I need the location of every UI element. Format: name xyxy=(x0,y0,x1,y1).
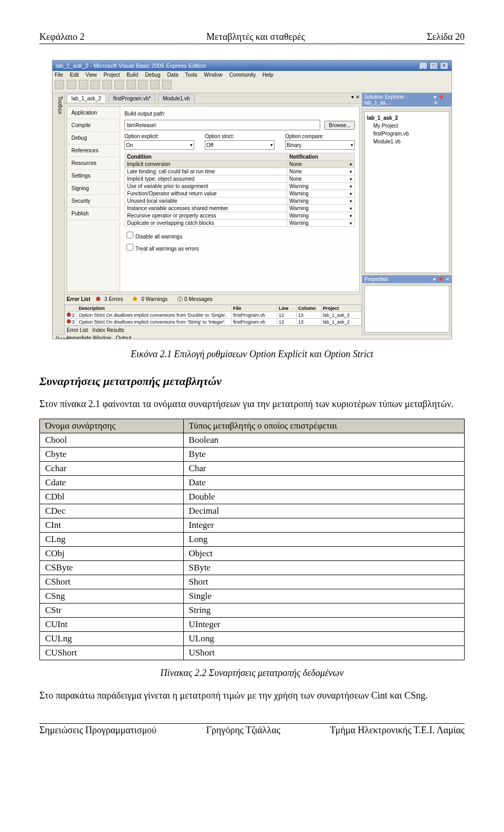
toolbar-button[interactable] xyxy=(150,80,160,89)
toolbar-button[interactable] xyxy=(90,80,100,89)
toolbar xyxy=(52,79,452,93)
tab-errorlist[interactable]: Error List xyxy=(67,327,88,333)
option-compare-select[interactable]: Binary xyxy=(285,140,355,150)
table-row: CDecDecimal xyxy=(40,504,465,518)
tab-item[interactable]: Module1.vb xyxy=(158,94,195,102)
error-icon xyxy=(67,313,71,317)
solution-tree: lab_1_ask_2 My Project firstProgram.vb M… xyxy=(364,111,449,273)
warn-cond: Unused local variable xyxy=(125,197,287,205)
messages-count[interactable]: ⓘ 0 Messages xyxy=(177,296,217,302)
col-return-type: Τύπος μεταβλητής ο οποίος επιστρέφεται xyxy=(183,419,464,433)
toolbar-button[interactable] xyxy=(102,80,112,89)
nav-item[interactable]: Compile xyxy=(67,119,120,132)
option-explicit-select[interactable]: On xyxy=(124,140,194,150)
build-path-input[interactable]: bin\Release\ xyxy=(124,120,320,130)
pin-icon[interactable]: ▾ 📌 ✕ xyxy=(434,94,449,106)
properties-title: Properties▾ 📌 ✕ xyxy=(362,275,452,283)
table-caption: Πίνακας 2.2 Συναρτήσεις μετατροπής δεδομ… xyxy=(39,668,465,679)
toolbar-button[interactable] xyxy=(55,80,64,89)
paragraph: Στο παρακάτω παράδειγμα γίνεται η μετατρ… xyxy=(39,689,465,702)
nav-item[interactable]: References xyxy=(67,144,120,157)
nav-item[interactable]: Publish xyxy=(67,207,120,220)
tree-item[interactable]: firstProgram.vb xyxy=(373,130,447,138)
tree-project[interactable]: lab_1_ask_2 xyxy=(367,114,447,122)
tab-active[interactable]: lab_1_ask_2 xyxy=(67,94,106,102)
tab-index-results[interactable]: Index Results xyxy=(92,327,124,333)
menu-item[interactable]: Edit xyxy=(70,72,79,78)
errorlist-panel: Error List 3 Errors 0 Warnings ⓘ 0 Messa… xyxy=(65,294,362,335)
table-row: CULngULong xyxy=(40,632,465,646)
tab-close-icon[interactable]: ▾ ✕ xyxy=(351,94,360,100)
option-strict-select[interactable]: Off xyxy=(205,140,275,150)
errorlist-title: Error List xyxy=(67,296,90,302)
project-properties-nav: Application Compile Debug References Res… xyxy=(67,107,120,292)
browse-button[interactable]: Browse... xyxy=(324,121,355,130)
warnings-table: Condition Notification Implicit conversi… xyxy=(124,153,355,227)
menu-item[interactable]: Window xyxy=(204,72,223,78)
build-path-label: Build output path: xyxy=(124,111,182,117)
minimize-icon[interactable]: _ xyxy=(419,62,427,69)
header-center: Μεταβλητές και σταθερές xyxy=(206,32,305,43)
nav-item[interactable]: Resources xyxy=(67,157,120,170)
menu-item[interactable]: File xyxy=(55,72,63,78)
footer-right: Τμήμα Ηλεκτρονικής Τ.Ε.Ι. Λαμίας xyxy=(330,725,465,736)
menu-item[interactable]: Tools xyxy=(185,72,197,78)
table-row: CDblDouble xyxy=(40,490,465,504)
toolbar-button[interactable] xyxy=(79,80,88,89)
treat-warnings-label: Treat all warnings as errors xyxy=(135,246,199,252)
warn-notif-select[interactable]: Warning xyxy=(289,213,352,219)
toolbar-button[interactable] xyxy=(127,80,136,89)
error-row[interactable]: 3 Option Strict On disallows implicit co… xyxy=(65,319,362,326)
disable-warnings-checkbox[interactable] xyxy=(127,232,133,238)
close-icon[interactable]: ✕ xyxy=(440,62,448,69)
menu-item[interactable]: Data xyxy=(167,72,178,78)
tab-item[interactable]: firstProgram.vb* xyxy=(109,94,156,102)
toolbar-button[interactable] xyxy=(162,80,172,89)
menu-item[interactable]: Debug xyxy=(145,72,160,78)
table-row: CUIntUInteger xyxy=(40,618,465,632)
err-col-desc: Description xyxy=(77,305,232,312)
maximize-icon[interactable]: □ xyxy=(429,62,438,69)
warn-notif-select[interactable]: None xyxy=(289,176,352,182)
warn-notif-select[interactable]: Warning xyxy=(289,191,352,196)
tree-item[interactable]: Module1.vb xyxy=(373,138,447,145)
warn-notif-select[interactable]: Warning xyxy=(289,220,352,226)
tree-item[interactable]: My Project xyxy=(373,122,447,130)
warn-notif-select[interactable]: Warning xyxy=(289,198,352,204)
header-right: Σελίδα 20 xyxy=(427,32,465,43)
nav-item[interactable]: Signing xyxy=(67,182,120,195)
paragraph: Στον πίνακα 2.1 φαίνονται τα ονόματα συν… xyxy=(39,398,465,410)
treat-warnings-checkbox[interactable] xyxy=(127,244,133,251)
pin-icon[interactable]: ▾ 📌 ✕ xyxy=(433,276,449,282)
toolbar-button[interactable] xyxy=(114,80,124,89)
menu-item[interactable]: Build xyxy=(127,72,138,78)
page-header: Κεφάλαιο 2 Μεταβλητές και σταθερές Σελίδ… xyxy=(39,32,465,44)
nav-item[interactable]: Settings xyxy=(67,170,120,182)
toolbar-button[interactable] xyxy=(138,80,148,89)
warn-cond: Use of variable prior to assignment xyxy=(125,183,287,190)
nav-item[interactable]: Security xyxy=(67,195,120,207)
nav-item[interactable]: Application xyxy=(67,107,120,119)
tab-immediate[interactable]: Immediate Window xyxy=(67,335,111,339)
table-row: CLngLong xyxy=(40,533,465,547)
toolbar-button[interactable] xyxy=(67,80,76,89)
menu-item[interactable]: View xyxy=(86,72,97,78)
error-row[interactable]: 2 Option Strict On disallows implicit co… xyxy=(65,312,362,319)
warn-notif-select[interactable]: None xyxy=(289,169,352,174)
warn-notif-select[interactable]: Warning xyxy=(289,205,352,211)
toolbox-strip[interactable]: Toolbox xyxy=(52,93,65,335)
menu-item[interactable]: Project xyxy=(103,72,120,78)
nav-item[interactable]: Debug xyxy=(67,132,120,144)
warning-icon xyxy=(133,297,137,301)
warnings-count[interactable]: 0 Warnings xyxy=(141,296,167,302)
menu-item[interactable]: Community xyxy=(229,72,256,78)
warn-notif-select[interactable]: Warning xyxy=(289,183,352,189)
menu-item[interactable]: Help xyxy=(262,72,274,78)
errors-count[interactable]: 3 Errors xyxy=(104,296,123,302)
table-row: CStrString xyxy=(40,604,465,618)
table-row: CbyteByte xyxy=(40,448,465,462)
err-col-col: Column xyxy=(297,305,321,312)
header-left: Κεφάλαιο 2 xyxy=(39,32,85,43)
tab-output[interactable]: Output xyxy=(116,335,131,339)
warn-notif-select[interactable]: None xyxy=(289,161,352,167)
